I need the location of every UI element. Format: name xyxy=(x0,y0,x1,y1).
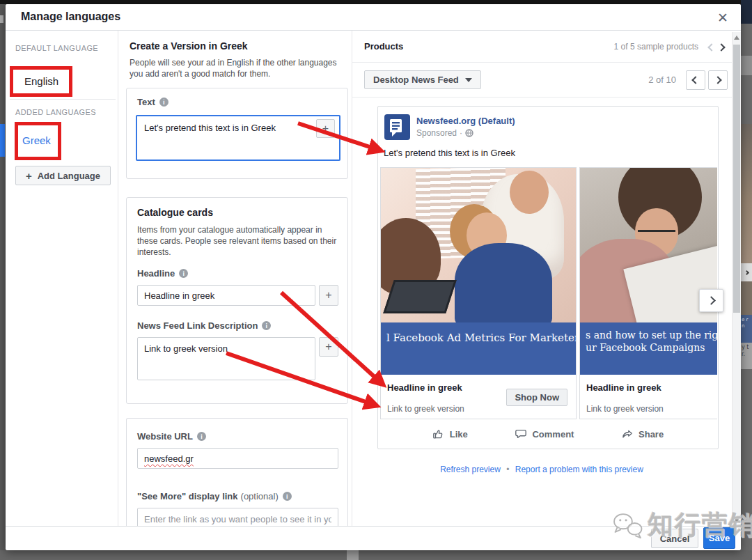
text-field-label: Text i xyxy=(137,97,169,107)
link-description-row: Link to greek version + xyxy=(137,337,338,380)
photo-glasses xyxy=(638,230,675,238)
sponsored-row: Sponsored · xyxy=(416,128,473,138)
backdrop-blue-accent-bar xyxy=(0,124,5,157)
carousel-link-description-2: Link to greek version xyxy=(586,404,664,414)
ad-preview-card: Newsfeed.org (Default) Sponsored · Let's… xyxy=(377,106,719,449)
add-language-label: Add Language xyxy=(38,171,100,181)
backdrop-right-strip: e rn y tr. xyxy=(741,0,752,560)
catalogue-heading: Catalogue cards xyxy=(137,207,213,218)
close-icon[interactable]: ✕ xyxy=(713,8,733,27)
separator-bullet: • xyxy=(506,465,509,474)
globe-icon xyxy=(465,129,473,137)
thumbs-up-icon xyxy=(432,428,445,440)
add-headline-button[interactable]: + xyxy=(319,285,338,306)
carousel-card-2[interactable]: s and how to set up the rig ur Facebook … xyxy=(579,167,717,419)
text-label: Text xyxy=(137,97,155,107)
next-preview-button[interactable] xyxy=(708,70,728,90)
previous-preview-button[interactable] xyxy=(686,70,705,90)
page-avatar[interactable] xyxy=(384,114,410,140)
carousel-card-1[interactable]: l Facebook Ad Metrics For Marketers Head… xyxy=(380,167,577,419)
previous-product-button[interactable] xyxy=(707,38,716,55)
website-url-field-label: Website URL i xyxy=(137,431,206,442)
website-url-label: Website URL xyxy=(137,431,193,442)
link-description-input[interactable]: Link to greek version xyxy=(137,337,315,380)
text-fragment: y t xyxy=(742,344,749,350)
see-more-placeholder: Enter the link as you want people to see… xyxy=(144,514,331,524)
save-button[interactable]: Save xyxy=(703,527,735,549)
manage-languages-dialog: Manage languages ✕ DEFAULT LANGUAGE Engl… xyxy=(6,4,741,550)
placement-dropdown-label: Desktop News Feed xyxy=(373,75,459,85)
products-heading: Products xyxy=(364,41,403,52)
placement-dropdown[interactable]: Desktop News Feed xyxy=(364,70,481,89)
photo-laptop xyxy=(383,280,457,313)
vertical-scrollbar[interactable] xyxy=(732,32,741,526)
text-fragment: e r xyxy=(742,317,748,322)
share-button[interactable]: Share xyxy=(621,428,664,440)
info-icon[interactable]: i xyxy=(262,321,271,330)
carousel-caption-1: l Facebook Ad Metrics For Marketers xyxy=(381,322,576,375)
headline-input[interactable]: Headline in greek xyxy=(137,285,315,306)
optional-label: (optional) xyxy=(241,491,279,501)
share-label: Share xyxy=(639,429,664,440)
products-header-row: Products 1 of 5 sample products xyxy=(352,31,732,63)
chevron-right-icon xyxy=(714,76,721,84)
sidebar-item-greek[interactable]: Greek xyxy=(18,125,58,146)
page-name-link[interactable]: Newsfeed.org (Default) xyxy=(416,116,515,126)
website-url-value: newsfeed.gr xyxy=(144,453,194,464)
sidebar-item-english[interactable]: English xyxy=(13,70,69,87)
backdrop-photo-fragment-2 xyxy=(741,281,752,315)
sample-products-counter: 1 of 5 sample products xyxy=(614,42,698,52)
annotation-box-english: English xyxy=(10,66,72,97)
screen: e rn y tr. Manage languages ✕ DEFAULT LA… xyxy=(0,0,752,560)
scroll-down-arrow-icon[interactable] xyxy=(734,518,739,522)
annotation-box-greek: Greek xyxy=(15,122,61,160)
carousel-headline-1: Headline in greek xyxy=(387,382,462,393)
info-icon[interactable]: i xyxy=(159,98,169,107)
like-button[interactable]: Like xyxy=(432,428,468,440)
chevron-right-icon xyxy=(744,270,749,274)
scroll-up-arrow-icon[interactable] xyxy=(734,36,739,40)
info-icon[interactable]: i xyxy=(179,269,188,278)
ad-actions-bar: Like Comment Share xyxy=(378,419,718,449)
carousel-next-button[interactable] xyxy=(699,289,723,312)
added-languages-label: ADDED LANGUAGES xyxy=(15,108,96,116)
editor-heading: Create a Version in Greek xyxy=(130,40,248,52)
carousel-link-description-1: Link to greek version xyxy=(387,404,464,414)
add-variant-button[interactable]: + xyxy=(316,119,335,138)
preview-links-row: Refresh preview • Report a problem with … xyxy=(352,465,732,474)
info-icon[interactable]: i xyxy=(283,492,292,501)
carousel-image-1 xyxy=(381,168,576,322)
website-url-input[interactable]: newsfeed.gr xyxy=(137,448,338,469)
backdrop-text-fragment-2: y tr. xyxy=(741,343,752,369)
default-language-label: DEFAULT LANGUAGE xyxy=(15,44,98,52)
backdrop-chevron-fragment xyxy=(741,263,752,281)
like-label: Like xyxy=(450,429,468,440)
backdrop-photo-fragment xyxy=(741,124,752,263)
plus-icon: + xyxy=(26,170,32,182)
dialog-title: Manage languages xyxy=(21,10,120,23)
carousel-headline-2: Headline in greek xyxy=(586,382,661,393)
info-icon[interactable]: i xyxy=(197,432,206,441)
chevron-right-icon xyxy=(707,296,716,305)
backdrop-caption-fragment: e rn xyxy=(741,315,752,343)
add-link-description-button[interactable]: + xyxy=(319,337,338,357)
comment-button[interactable]: Comment xyxy=(515,428,574,440)
cancel-button[interactable]: Cancel xyxy=(651,529,698,548)
dialog-header: Manage languages ✕ xyxy=(6,4,741,31)
link-description-label: News Feed Link Description xyxy=(137,320,258,331)
caption-line: s and how to set up the rig xyxy=(586,329,717,341)
text-input[interactable]: Let's pretend this text is in Greek + xyxy=(136,115,340,161)
carousel-caption-2: s and how to set up the rig ur Facebook … xyxy=(580,322,717,375)
newsfeed-page-icon xyxy=(384,114,410,140)
shop-now-button[interactable]: Shop Now xyxy=(506,389,567,406)
add-language-button[interactable]: + Add Language xyxy=(15,166,111,185)
editor-description: People will see your ad in English if th… xyxy=(130,57,351,79)
chevron-left-icon xyxy=(691,76,699,84)
report-problem-link[interactable]: Report a problem with this preview xyxy=(515,465,643,474)
carousel-image-2 xyxy=(580,168,717,322)
scrollbar-thumb[interactable] xyxy=(733,45,740,313)
refresh-preview-link[interactable]: Refresh preview xyxy=(440,465,501,474)
link-description-field-label: News Feed Link Description i xyxy=(137,320,271,331)
text-fragment: n xyxy=(742,323,744,329)
next-product-button[interactable] xyxy=(716,38,726,55)
